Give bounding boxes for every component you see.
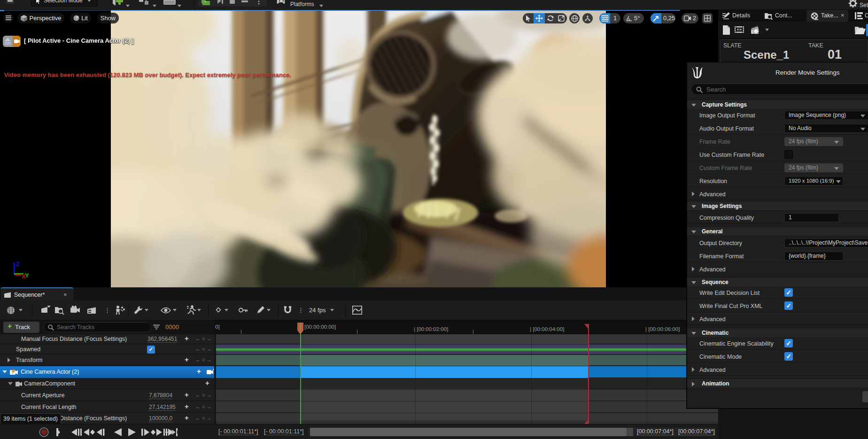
svg-text:Z: Z	[16, 261, 20, 268]
svg-text:Y: Y	[25, 272, 29, 279]
